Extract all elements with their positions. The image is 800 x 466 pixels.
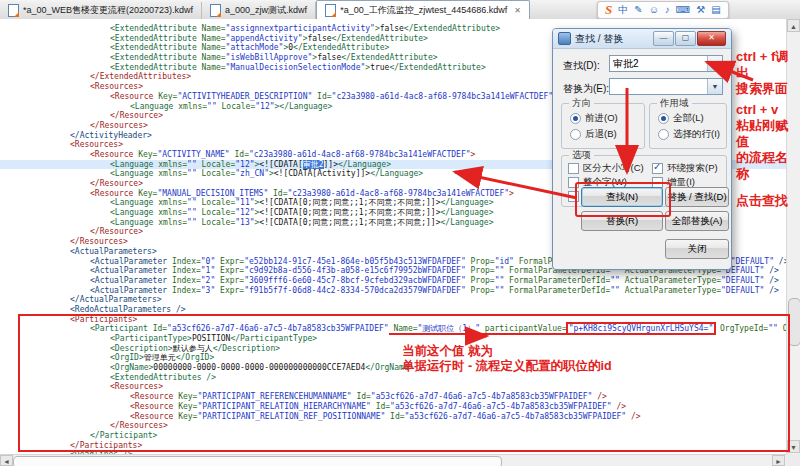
replace-all-button[interactable]: 全部替换(A) — [665, 211, 729, 231]
code-token: <ActualParameters> — [70, 247, 157, 256]
code-token: <![CDATA[0;同意;同意;;1;不同意;不同意;]]> — [259, 198, 440, 207]
checkbox-icon[interactable] — [652, 163, 663, 174]
editor-tab-2[interactable]: *a_00_工作流监控_zjwtest_4454686.kdwf✕ — [316, 0, 530, 19]
code-token: "12" — [235, 208, 254, 217]
close-icon[interactable]: ✕ — [697, 31, 726, 46]
code-token: Name= — [202, 63, 226, 72]
radio-icon[interactable] — [658, 113, 669, 124]
checkbox-icon[interactable] — [568, 177, 579, 188]
sogou-ime-bar[interactable]: S 中✎☺♪⌨⚒▤ — [597, 1, 729, 19]
find-label: 查找(D): — [563, 59, 600, 73]
code-line-38: <Resource Key="PARTICIPANT_REFERENCEHUMA… — [0, 392, 786, 402]
code-token: "测试职位（1）" — [418, 324, 480, 335]
code-token: false — [380, 24, 404, 33]
code-token: "PARTICIPANT_RELATION_HIERARCHYNAME" — [197, 402, 370, 411]
code-token: Name= — [389, 324, 418, 335]
ime-language-toggle[interactable]: 中 — [618, 3, 628, 17]
code-token: </ExtendedAttribute> — [389, 63, 485, 72]
code-token: ]]> — [324, 160, 338, 169]
code-line-41: </Resources> — [0, 421, 786, 431]
ime-pen-icon[interactable]: ✎ — [634, 3, 642, 17]
scroll-left-icon[interactable]: ◄ — [0, 455, 13, 466]
ime-soft-keyboard-icon[interactable]: ⌨ — [676, 3, 690, 17]
direction-option-0[interactable]: 前进(O) — [570, 112, 618, 125]
code-token: Prop= — [466, 257, 495, 266]
replace-find-button[interactable]: 替换 / 查找(D) — [665, 187, 729, 207]
replace-button[interactable]: 替换(R) — [581, 211, 663, 231]
scope-group-label: 作用域 — [657, 97, 692, 110]
code-token: "c9d92b8a-d556-4f3b-a058-e15c6f79952bWFD… — [244, 266, 466, 275]
code-token: POSITION — [192, 334, 231, 343]
minimize-icon[interactable]: — — [653, 31, 674, 46]
code-token: Id= — [268, 189, 287, 198]
scope-label: 选择的行(I) — [673, 128, 720, 141]
find-input[interactable]: 审批2 ▼ — [609, 55, 723, 72]
vertical-scrollbar[interactable]: ▲ ▼ — [786, 19, 800, 454]
find-value: 审批2 — [613, 58, 639, 69]
options-group-label: 选项 — [569, 149, 594, 162]
code-line-31: <Participant Id="a53cf626-a7d7-46a6-a7c5… — [0, 324, 786, 334]
code-token: /> — [626, 412, 640, 421]
direction-option-1[interactable]: 后退(B) — [570, 128, 617, 141]
replace-input[interactable]: ▼ — [609, 78, 723, 95]
dialog-title-bar[interactable]: 查找 / 替换 — ▢ ✕ — [553, 29, 731, 49]
scope-label: 全部(L) — [673, 112, 704, 125]
ime-toolbox-icon[interactable]: ⚒ — [696, 3, 705, 17]
code-token: <ActualParameter — [90, 257, 172, 266]
code-token: "ACTIVITYHEADER_DESCRIPTION" — [177, 92, 312, 101]
code-token: Key= — [138, 189, 157, 198]
ime-icon-group: 中✎☺♪⌨⚒▤ — [618, 3, 720, 17]
chevron-down-icon[interactable]: ▼ — [707, 56, 722, 71]
code-line-40: <Resource Key="PARTICIPANT_RELATION_REF_… — [0, 412, 786, 422]
scope-option-0[interactable]: 全部(L) — [658, 112, 704, 125]
window-buttons: — ▢ ✕ — [653, 31, 726, 46]
chevron-down-icon[interactable]: ▼ — [707, 79, 722, 94]
code-token: </Language> — [370, 169, 423, 178]
radio-icon[interactable] — [570, 129, 581, 140]
checkbox-icon[interactable] — [568, 163, 579, 174]
code-token: ActualParameterType= — [620, 286, 721, 295]
code-token: Expr= — [215, 266, 244, 275]
tab-close-icon[interactable]: ✕ — [514, 6, 521, 15]
code-token: Locale= — [197, 218, 236, 227]
code-line-39: <Resource Key="PARTICIPANT_RELATION_HIER… — [0, 402, 786, 412]
option-option-1[interactable]: 环绕搜索(P) — [652, 162, 718, 175]
code-token: <Language — [110, 160, 158, 169]
code-token: "" — [495, 276, 505, 285]
code-token: </OrgID> — [176, 353, 215, 362]
editor-tab-0[interactable]: *a_00_WEB售楼变更流程(20200723).kdwf — [0, 2, 202, 19]
code-token: <Resource — [130, 392, 178, 401]
editor-tab-1[interactable]: a_000_zjw测试.kdwf — [202, 2, 316, 19]
scroll-right-icon[interactable]: ► — [772, 455, 785, 466]
vertical-scroll-thumb[interactable] — [788, 298, 800, 346]
code-token: Id= — [352, 392, 371, 401]
scroll-down-icon[interactable]: ▼ — [787, 440, 800, 453]
maximize-icon[interactable]: ▢ — [675, 31, 696, 46]
code-token: ></Language> — [275, 102, 333, 111]
find-button[interactable]: 查找(N) — [581, 187, 663, 207]
ime-voice-icon[interactable]: ♪ — [665, 3, 670, 17]
scroll-up-icon[interactable]: ▲ — [787, 19, 800, 32]
scope-option-1[interactable]: 选择的行(I) — [658, 128, 720, 141]
code-token: "" — [207, 102, 217, 111]
tab-label: *a_00_工作流监控_zjwtest_4454686.kdwf — [340, 4, 507, 17]
code-token: <Language — [110, 169, 158, 178]
radio-icon[interactable] — [570, 113, 581, 124]
code-token: "PARTICIPANT_REFERENCEHUMANNAME" — [197, 392, 351, 401]
close-button[interactable]: 关闭 — [665, 239, 729, 259]
code-token: "0" — [201, 257, 215, 266]
code-line-27: <ActualParameter Index="3" Expr="f91b5f7… — [0, 286, 786, 296]
code-line-35: <OrgName>00000000-0000-0000-0000-0000000… — [0, 363, 786, 373]
ime-skin-icon[interactable]: ▤ — [711, 3, 720, 17]
checkbox-icon[interactable] — [568, 191, 579, 202]
code-token: "DEFAULT" — [721, 286, 764, 295]
horizontal-scrollbar[interactable]: ◄ ► — [0, 454, 786, 466]
ime-emoji-icon[interactable]: ☺ — [649, 3, 659, 17]
option-option-0[interactable]: 区分大小写(C) — [568, 162, 644, 175]
radio-icon[interactable] — [658, 129, 669, 140]
code-token: "2" — [201, 276, 215, 285]
sogou-logo-icon[interactable]: S — [605, 2, 612, 18]
code-token: Key= — [178, 392, 197, 401]
horizontal-scroll-thumb[interactable] — [13, 456, 502, 466]
code-token: 00000000-0000-0000-0000-000000000000CCE7… — [153, 363, 365, 372]
